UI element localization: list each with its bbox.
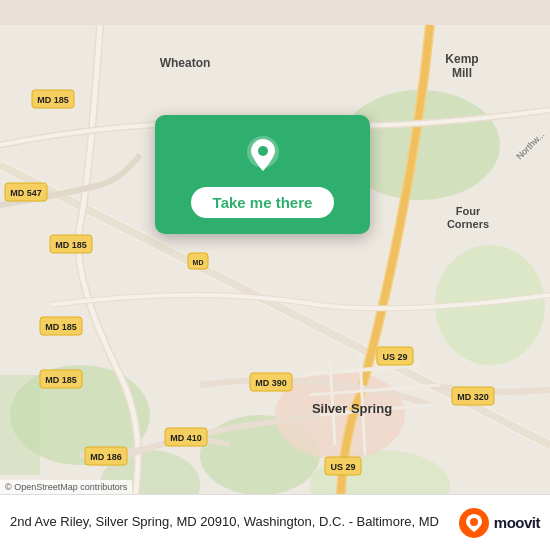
- svg-text:US 29: US 29: [330, 462, 355, 472]
- svg-text:MD 547: MD 547: [10, 188, 42, 198]
- address-text: 2nd Ave Riley, Silver Spring, MD 20910, …: [10, 513, 458, 531]
- svg-text:Four: Four: [456, 205, 481, 217]
- svg-text:MD 185: MD 185: [45, 375, 77, 385]
- moovit-wordmark: moovit: [494, 514, 540, 531]
- map-container: MD 185 MD 547 MD 185 MD MD 185 MD 185 MD…: [0, 0, 550, 550]
- svg-rect-6: [0, 375, 40, 475]
- svg-point-48: [258, 146, 268, 156]
- svg-text:Corners: Corners: [447, 218, 489, 230]
- svg-text:MD: MD: [193, 259, 204, 266]
- svg-text:US 29: US 29: [382, 352, 407, 362]
- location-pin-icon: [241, 133, 285, 177]
- osm-attribution: © OpenStreetMap contributors: [0, 480, 132, 494]
- svg-text:MD 320: MD 320: [457, 392, 489, 402]
- svg-text:MD 185: MD 185: [55, 240, 87, 250]
- svg-point-50: [470, 518, 478, 526]
- svg-text:MD 185: MD 185: [45, 322, 77, 332]
- svg-text:Mill: Mill: [452, 66, 472, 80]
- svg-text:Wheaton: Wheaton: [160, 56, 211, 70]
- take-me-there-button[interactable]: Take me there: [191, 187, 335, 218]
- bottom-bar: 2nd Ave Riley, Silver Spring, MD 20910, …: [0, 494, 550, 550]
- svg-text:MD 410: MD 410: [170, 433, 202, 443]
- svg-text:MD 390: MD 390: [255, 378, 287, 388]
- svg-text:MD 185: MD 185: [37, 95, 69, 105]
- svg-text:Silver Spring: Silver Spring: [312, 401, 392, 416]
- moovit-logo: moovit: [458, 507, 540, 539]
- svg-text:MD 186: MD 186: [90, 452, 122, 462]
- map-background: MD 185 MD 547 MD 185 MD MD 185 MD 185 MD…: [0, 0, 550, 550]
- moovit-icon: [458, 507, 490, 539]
- card-overlay: Take me there: [155, 115, 370, 234]
- svg-text:Kemp: Kemp: [445, 52, 478, 66]
